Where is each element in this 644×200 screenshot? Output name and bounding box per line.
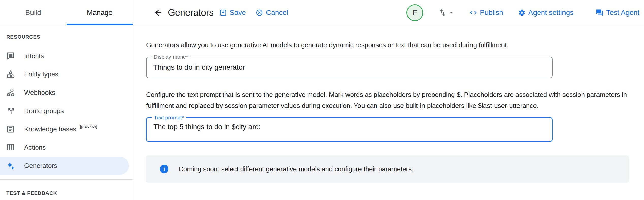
text-prompt-field: Text prompt* The top 5 things to do in $… [146, 117, 553, 142]
generator-editor: Generators allow you to use generative A… [133, 25, 644, 183]
header-right-group: F [406, 4, 639, 21]
actions-columns-icon [6, 143, 15, 152]
avatar-letter: F [413, 8, 417, 17]
publish-label: Publish [480, 9, 503, 17]
sidebar-item-actions[interactable]: Actions [0, 138, 133, 157]
cancel-circle-x-icon [256, 9, 263, 17]
sidebar-item-label: Webhooks [24, 89, 55, 97]
sidebar-item-webhooks[interactable]: Webhooks [0, 83, 133, 102]
sidebar-item-label: Entity types [24, 70, 58, 78]
text-prompt-label: Text prompt* [152, 114, 186, 121]
sidebar-item-label: Route groups [24, 107, 64, 115]
save-label: Save [230, 9, 246, 17]
sidebar-item-label: Knowledge bases [24, 125, 76, 133]
agent-settings-label: Agent settings [528, 9, 573, 17]
resources-section-header: RESOURCES [6, 34, 133, 40]
prompt-help-paragraph: Configure the text prompt that is sent t… [146, 89, 631, 111]
code-brackets-icon [469, 9, 477, 17]
test-agent-label: Test Agent [606, 9, 639, 17]
display-name-label: Display name* [152, 54, 190, 60]
knowledge-bases-icon [6, 125, 15, 133]
preview-badge: [preview] [80, 124, 97, 129]
coming-soon-banner: i Coming soon: select different generati… [146, 155, 629, 183]
coming-soon-text: Coming soon: select different generative… [179, 165, 413, 173]
intents-chat-icon [6, 52, 15, 60]
import-export-icon [438, 8, 447, 17]
tab-manage[interactable]: Manage [67, 0, 133, 25]
main-column: Generators Save [133, 0, 644, 200]
page-header: Generators Save [133, 0, 644, 25]
agent-settings-button[interactable]: Agent settings [518, 9, 573, 17]
test-feedback-section-header: TEST & FEEDBACK [6, 190, 133, 196]
back-arrow-icon[interactable] [154, 8, 163, 17]
display-name-input[interactable] [147, 57, 552, 78]
avatar[interactable]: F [406, 4, 423, 21]
tab-build-label: Build [25, 9, 41, 17]
tab-manage-label: Manage [87, 9, 113, 17]
chat-bubbles-icon [596, 9, 603, 17]
display-name-field: Display name* [146, 57, 553, 78]
import-export-dropdown[interactable] [438, 8, 455, 17]
webhooks-icon [6, 88, 15, 97]
cancel-label: Cancel [266, 9, 288, 17]
build-manage-tabs: Build Manage [0, 0, 133, 25]
sidebar-item-generators[interactable]: Generators [0, 157, 129, 175]
resources-nav: Intents Entity types [0, 47, 133, 175]
test-agent-button[interactable]: Test Agent [596, 9, 639, 17]
tab-build[interactable]: Build [0, 0, 67, 25]
sidebar-item-label: Actions [24, 144, 46, 151]
sidebar-item-entity-types[interactable]: Entity types [0, 65, 133, 83]
info-icon: i [160, 165, 168, 173]
app-window: Build Manage RESOURCES Intents [0, 0, 644, 200]
page-title: Generators [168, 7, 214, 18]
entity-types-icon [6, 70, 15, 79]
save-icon [219, 9, 227, 17]
sidebar-item-intents[interactable]: Intents [0, 47, 133, 65]
sidebar-divider [0, 179, 133, 180]
intro-paragraph: Generators allow you to use generative A… [146, 39, 631, 51]
sidebar-item-label: Generators [24, 162, 57, 170]
sidebar-item-route-groups[interactable]: Route groups [0, 102, 133, 120]
cancel-button[interactable]: Cancel [256, 9, 288, 17]
route-groups-icon [6, 106, 15, 115]
save-button[interactable]: Save [219, 9, 246, 17]
sidebar: Build Manage RESOURCES Intents [0, 0, 133, 200]
generators-sparkle-icon [6, 161, 15, 170]
gear-icon [518, 9, 526, 17]
text-prompt-input[interactable]: The top 5 things to do in $city are: [147, 118, 552, 141]
sidebar-item-knowledge-bases[interactable]: Knowledge bases [preview] [0, 120, 133, 138]
publish-button[interactable]: Publish [469, 9, 503, 17]
sidebar-item-label: Intents [24, 52, 44, 60]
chevron-down-icon [448, 9, 455, 16]
